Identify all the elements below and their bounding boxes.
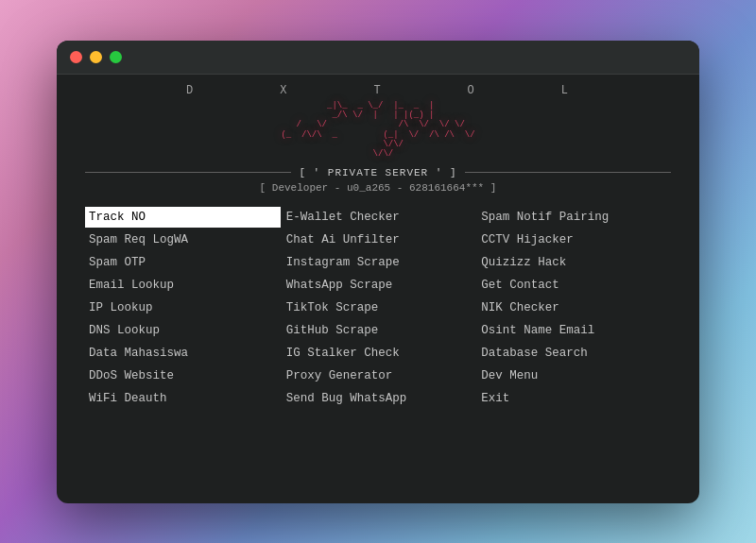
minimize-button[interactable] xyxy=(90,51,102,63)
menu-item-proxy-generator[interactable]: Proxy Generator xyxy=(281,365,476,386)
menu-item-osint-name-email[interactable]: Osint Name Email xyxy=(475,320,671,341)
maximize-button[interactable] xyxy=(110,51,122,63)
menu-col-1: Track NOSpam Req LogWASpam OTPEmail Look… xyxy=(85,207,281,409)
menu-item-chat-ai-unfilter[interactable]: Chat Ai Unfilter xyxy=(281,229,476,250)
terminal-content: D X T O L _|\_ _ \_/ |_ _ | _/\ \/ | | |… xyxy=(57,75,699,428)
menu-item-ig-stalker-check[interactable]: IG Stalker Check xyxy=(281,343,476,364)
letter-d: D xyxy=(186,84,195,97)
menu-item-get-contact[interactable]: Get Contact xyxy=(475,275,671,296)
menu-item-track-no[interactable]: Track NO xyxy=(85,207,281,228)
menu-item-wifi-deauth[interactable]: WiFi Deauth xyxy=(85,388,281,409)
menu-item-dev-menu[interactable]: Dev Menu xyxy=(475,365,671,386)
letter-l: L xyxy=(561,84,570,97)
menu-item-data-mahasiswa[interactable]: Data Mahasiswa xyxy=(85,343,281,364)
menu-col-3: Spam Notif PairingCCTV HijackerQuizizz H… xyxy=(475,207,671,409)
menu-item-e-wallet-checker[interactable]: E-Wallet Checker xyxy=(281,207,476,228)
menu-item-whatsapp-scrape[interactable]: WhatsApp Scrape xyxy=(281,275,476,296)
menu-item-ddos-website[interactable]: DDoS Website xyxy=(85,365,281,386)
menu-item-cctv-hijacker[interactable]: CCTV Hijacker xyxy=(475,229,671,250)
divider: [ ' PRIVATE SERVER ' ] xyxy=(85,167,671,178)
menu-item-send-bug-whatsapp[interactable]: Send Bug WhatsApp xyxy=(281,388,476,409)
dxtol-letters: D X T O L xyxy=(85,84,671,97)
menu-item-exit[interactable]: Exit xyxy=(475,388,671,409)
menu-item-spam-notif-pairing[interactable]: Spam Notif Pairing xyxy=(475,207,671,228)
letter-t: T xyxy=(373,84,382,97)
ascii-logo: _|\_ _ \_/ |_ _ | _/\ \/ | | |(_) | / \/… xyxy=(85,101,671,160)
menu-item-quizizz-hack[interactable]: Quizizz Hack xyxy=(475,252,671,273)
menu-col-2: E-Wallet CheckerChat Ai UnfilterInstagra… xyxy=(281,207,476,409)
terminal-window: D X T O L _|\_ _ \_/ |_ _ | _/\ \/ | | |… xyxy=(57,41,699,503)
banner-area: D X T O L _|\_ _ \_/ |_ _ | _/\ \/ | | |… xyxy=(85,84,671,160)
menu-item-email-lookup[interactable]: Email Lookup xyxy=(85,275,281,296)
letter-o: O xyxy=(468,84,476,97)
menu-item-spam-req-logwa[interactable]: Spam Req LogWA xyxy=(85,229,281,250)
close-button[interactable] xyxy=(70,51,82,63)
menu-area: Track NOSpam Req LogWASpam OTPEmail Look… xyxy=(85,207,671,409)
server-label: [ ' PRIVATE SERVER ' ] xyxy=(299,167,456,178)
menu-item-tiktok-scrape[interactable]: TikTok Scrape xyxy=(281,297,476,318)
menu-item-github-scrape[interactable]: GitHub Scrape xyxy=(281,320,476,341)
menu-item-dns-lookup[interactable]: DNS Lookup xyxy=(85,320,281,341)
developer-line: [ Developer - u0_a265 - 628161664*** ] xyxy=(85,182,671,194)
menu-item-database-search[interactable]: Database Search xyxy=(475,343,671,364)
menu-item-spam-otp[interactable]: Spam OTP xyxy=(85,252,281,273)
menu-item-ip-lookup[interactable]: IP Lookup xyxy=(85,297,281,318)
menu-item-nik-checker[interactable]: NIK Checker xyxy=(475,297,671,318)
menu-item-instagram-scrape[interactable]: Instagram Scrape xyxy=(281,252,476,273)
letter-x: X xyxy=(280,84,288,97)
titlebar xyxy=(57,41,699,75)
